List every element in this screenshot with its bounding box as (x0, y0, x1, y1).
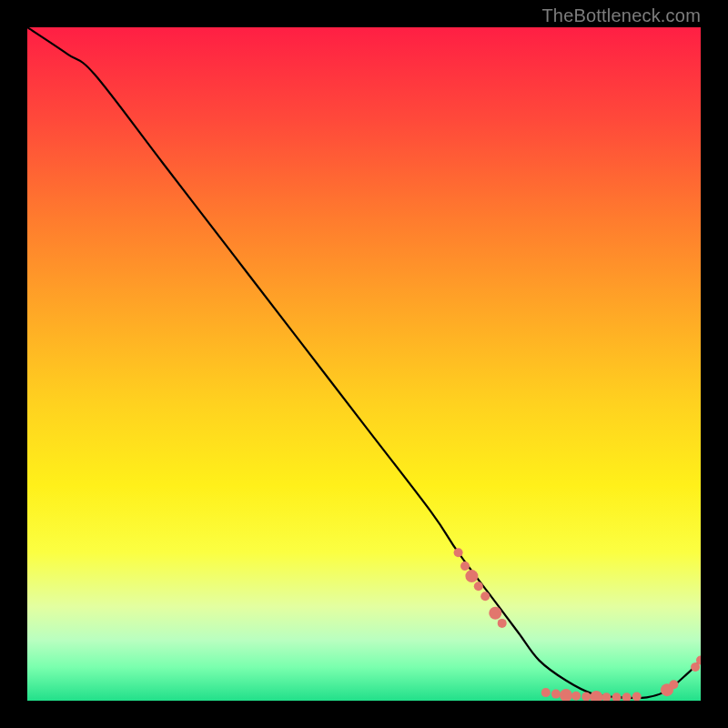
plot-area (27, 27, 701, 701)
data-marker (489, 607, 501, 620)
data-marker (602, 693, 611, 701)
bottleneck-curve (27, 27, 701, 698)
data-marker (571, 692, 581, 701)
data-marker (541, 688, 551, 697)
data-marker (551, 690, 561, 699)
data-markers (454, 548, 701, 701)
data-marker (560, 689, 572, 701)
curve-svg (27, 27, 701, 701)
data-marker (480, 592, 490, 601)
data-marker (465, 570, 478, 582)
data-marker (460, 561, 470, 571)
data-marker (622, 693, 632, 701)
data-marker (632, 693, 642, 701)
chart-stage: TheBottleneck.com (0, 0, 728, 728)
data-marker (454, 548, 463, 557)
attribution-text: TheBottleneck.com (541, 5, 701, 26)
data-marker (669, 680, 678, 689)
data-marker (590, 691, 602, 701)
data-marker (498, 619, 507, 628)
data-marker (474, 581, 483, 591)
data-marker (612, 693, 622, 701)
